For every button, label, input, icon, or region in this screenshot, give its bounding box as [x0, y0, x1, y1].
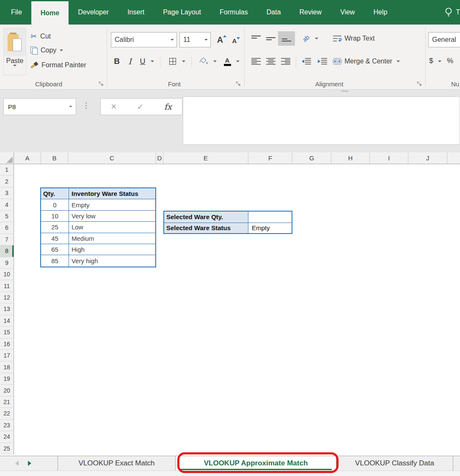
- lookup-table-header-qty[interactable]: Qty.: [41, 188, 69, 199]
- sheet-tab[interactable]: VLOOKUP Approximate Match: [176, 456, 336, 470]
- lookup-table-row[interactable]: 85 Very high: [41, 255, 155, 266]
- row-header[interactable]: 17: [0, 350, 14, 361]
- row-header[interactable]: 5: [0, 211, 14, 222]
- lookup-table-row[interactable]: 25 Low: [41, 222, 155, 233]
- increase-indent-button[interactable]: [315, 54, 330, 69]
- column-header[interactable]: E: [163, 152, 248, 164]
- format-painter-button[interactable]: Format Painter: [30, 59, 86, 71]
- result-label-cell[interactable]: Selected Ware Status: [164, 223, 248, 234]
- align-center-button[interactable]: [264, 54, 278, 69]
- result-table-row[interactable]: Selected Ware Status Empty: [164, 223, 292, 234]
- decrease-indent-button[interactable]: [299, 54, 314, 69]
- status-cell[interactable]: Medium: [69, 233, 155, 244]
- row-header[interactable]: 4: [0, 199, 14, 210]
- select-all-button[interactable]: [0, 152, 14, 164]
- qty-cell[interactable]: 25: [41, 222, 69, 232]
- result-value-cell[interactable]: [248, 212, 292, 223]
- ribbon-tab[interactable]: Help: [364, 0, 397, 25]
- borders-button[interactable]: [165, 54, 180, 69]
- row-header[interactable]: 11: [0, 280, 14, 292]
- status-cell[interactable]: Very low: [69, 211, 155, 221]
- percent-button[interactable]: %: [447, 57, 453, 65]
- row-header[interactable]: 25: [0, 443, 14, 454]
- next-sheet-icon[interactable]: [28, 461, 31, 466]
- sheet-tab[interactable]: VLOOKUP Exact Match: [58, 456, 176, 470]
- decrease-font-button[interactable]: A: [229, 35, 240, 47]
- insert-function-icon[interactable]: fx: [164, 102, 172, 111]
- ribbon-tab[interactable]: Developer: [69, 0, 118, 25]
- fill-color-button[interactable]: [196, 54, 212, 69]
- underline-button[interactable]: U: [136, 54, 149, 69]
- merge-center-button[interactable]: Merge & Center: [333, 55, 400, 68]
- column-header[interactable]: D: [156, 152, 163, 164]
- lookup-table-row[interactable]: 10 Very low: [41, 211, 155, 222]
- font-size-combo[interactable]: 11: [179, 32, 211, 47]
- qty-cell[interactable]: 85: [41, 255, 69, 266]
- row-header[interactable]: 10: [0, 269, 14, 280]
- column-header[interactable]: A: [14, 152, 41, 164]
- row-header[interactable]: 20: [0, 385, 14, 396]
- ribbon-tab[interactable]: View: [331, 0, 364, 25]
- result-label-cell[interactable]: Selected Ware Qty.: [164, 212, 248, 223]
- align-right-button[interactable]: [278, 54, 293, 69]
- column-header[interactable]: H: [331, 152, 370, 164]
- lookup-table-header-status[interactable]: Inventory Ware Status: [69, 188, 155, 199]
- status-cell[interactable]: Very high: [69, 255, 155, 266]
- row-header[interactable]: 12: [0, 292, 14, 303]
- row-header[interactable]: 21: [0, 396, 14, 408]
- formula-bar-resize-handle[interactable]: [341, 91, 349, 92]
- row-header[interactable]: 15: [0, 327, 14, 338]
- copy-button[interactable]: Copy: [30, 44, 63, 56]
- status-cell[interactable]: Low: [69, 222, 155, 232]
- cut-button[interactable]: ✂ Cut: [30, 30, 51, 42]
- sheet-tab[interactable]: VLOOKUP Classify Data: [336, 456, 453, 470]
- ribbon-tab[interactable]: File: [2, 0, 31, 25]
- wrap-text-button[interactable]: Wrap Text: [333, 32, 375, 45]
- row-header[interactable]: 13: [0, 303, 14, 315]
- italic-button[interactable]: I: [124, 54, 135, 69]
- formula-bar-input[interactable]: [183, 96, 460, 145]
- row-header[interactable]: 19: [0, 373, 14, 385]
- qty-cell[interactable]: 10: [41, 211, 69, 221]
- row-header[interactable]: 16: [0, 338, 14, 350]
- row-header[interactable]: 3: [0, 187, 14, 199]
- column-header[interactable]: C: [68, 152, 156, 164]
- orientation-caret[interactable]: [313, 31, 320, 46]
- ribbon-tab[interactable]: Data: [257, 0, 290, 25]
- column-header[interactable]: G: [292, 152, 331, 164]
- row-header[interactable]: 22: [0, 408, 14, 419]
- name-box[interactable]: P8: [3, 98, 76, 115]
- row-header[interactable]: 6: [0, 222, 14, 234]
- paste-dropdown-caret[interactable]: [13, 65, 17, 66]
- row-header[interactable]: 14: [0, 315, 14, 327]
- ribbon-tab[interactable]: Page Layout: [154, 0, 210, 25]
- row-header[interactable]: 1: [0, 164, 14, 176]
- merge-center-caret[interactable]: [397, 61, 400, 62]
- qty-cell[interactable]: 0: [41, 199, 69, 210]
- enter-icon[interactable]: ✓: [137, 102, 144, 112]
- lookup-table-row[interactable]: 45 Medium: [41, 233, 155, 244]
- result-value-cell[interactable]: Empty: [248, 223, 292, 234]
- font-dialog-launcher[interactable]: [235, 81, 241, 87]
- copy-dropdown-caret[interactable]: [60, 50, 63, 51]
- row-header[interactable]: 7: [0, 234, 14, 245]
- number-format-combo[interactable]: General: [428, 32, 460, 47]
- align-left-button[interactable]: [249, 54, 263, 69]
- lookup-table-header-row[interactable]: Qty. Inventory Ware Status: [41, 188, 155, 199]
- name-box-resizer[interactable]: [85, 102, 87, 109]
- row-header[interactable]: 18: [0, 361, 14, 373]
- font-name-combo[interactable]: Calibri: [111, 32, 177, 47]
- row-header[interactable]: 9: [0, 257, 14, 269]
- row-header[interactable]: 8: [0, 245, 14, 257]
- font-color-button[interactable]: A: [220, 54, 234, 69]
- worksheet-grid[interactable]: A B C D E F G H I J: [0, 152, 460, 454]
- previous-sheet-icon[interactable]: [15, 461, 19, 466]
- row-header[interactable]: 23: [0, 420, 14, 431]
- lookup-table-row[interactable]: 65 High: [41, 244, 155, 255]
- borders-dropdown-caret[interactable]: [180, 54, 187, 69]
- qty-cell[interactable]: 65: [41, 244, 69, 255]
- tell-me-button[interactable]: T: [444, 0, 460, 25]
- font-color-caret[interactable]: [234, 54, 241, 69]
- clipboard-dialog-launcher[interactable]: [98, 81, 104, 87]
- ribbon-tab[interactable]: Insert: [118, 0, 154, 25]
